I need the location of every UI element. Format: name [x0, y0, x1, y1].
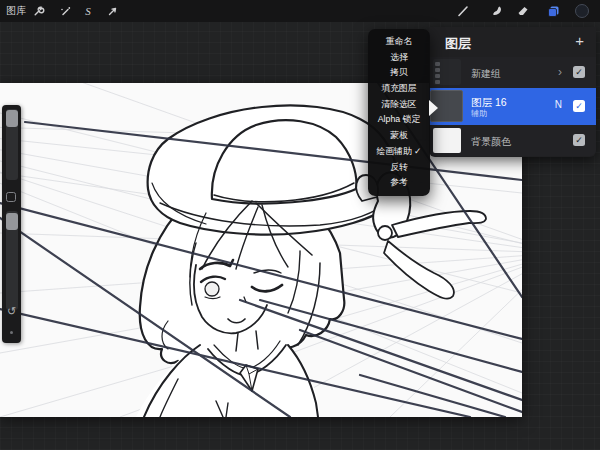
blend-mode-button[interactable]: N — [555, 99, 562, 110]
wrench-icon — [32, 5, 45, 18]
menu-item-reference[interactable]: 参考 — [368, 175, 430, 191]
gallery-button[interactable]: 图库 — [6, 4, 27, 18]
menu-callout-arrow — [429, 100, 438, 116]
magic-wand-icon — [59, 5, 72, 18]
layer-row-label: 新建组 — [471, 67, 501, 81]
undo-button[interactable]: ↺ — [2, 306, 21, 317]
menu-item-mask[interactable]: 蒙板 — [368, 128, 430, 144]
layer-row-group[interactable]: 新建组 › ✓ — [429, 57, 596, 88]
layers-panel-title: 图层 — [445, 35, 471, 53]
brush-button[interactable] — [455, 3, 471, 19]
layer-row-label: 背景颜色 — [471, 135, 511, 149]
group-thumbnail — [433, 59, 461, 85]
menu-item-drawing-assist[interactable]: 绘画辅助 ✓ — [368, 144, 430, 160]
menu-item-select[interactable]: 选择 — [368, 50, 430, 66]
layer-visibility-checkbox[interactable]: ✓ — [573, 100, 585, 112]
layer-visibility-checkbox[interactable]: ✓ — [573, 134, 585, 146]
layer-options-menu: 重命名 选择 拷贝 填充图层 清除选区 Alpha 锁定 蒙板 绘画辅助 ✓ 反… — [368, 29, 430, 196]
layer-visibility-checkbox[interactable]: ✓ — [573, 66, 585, 78]
menu-item-invert[interactable]: 反转 — [368, 160, 430, 176]
transform-arrow-icon — [106, 5, 119, 18]
selection-button[interactable]: S — [80, 3, 96, 19]
layers-panel: 图层 + 新建组 › ✓ 图层 16 辅助 N ✓ 背景颜色 ✓ — [429, 27, 596, 157]
modify-button[interactable] — [6, 192, 16, 202]
add-layer-button[interactable]: + — [575, 32, 584, 49]
opacity-handle[interactable] — [6, 213, 18, 230]
smudge-finger-icon — [490, 4, 504, 18]
actions-button[interactable] — [30, 3, 46, 19]
menu-item-alpha-lock[interactable]: Alpha 锁定 — [368, 112, 430, 128]
brush-sidebar: ↺ — [2, 105, 21, 343]
transform-button[interactable] — [104, 3, 120, 19]
layers-icon — [546, 4, 561, 19]
background-thumbnail — [433, 128, 461, 153]
selection-s-icon: S — [85, 5, 91, 17]
layers-panel-header: 图层 + — [429, 27, 596, 57]
menu-item-fill-layer[interactable]: 填充图层 — [368, 81, 430, 97]
menu-item-rename[interactable]: 重命名 — [368, 34, 430, 50]
eraser-icon — [516, 4, 530, 18]
layer-assist-subtitle: 辅助 — [471, 108, 487, 119]
layer-row-selected[interactable]: 图层 16 辅助 N ✓ — [429, 88, 596, 125]
layers-button[interactable] — [545, 3, 561, 19]
redo-dot-icon[interactable] — [10, 331, 13, 334]
smudge-button[interactable] — [489, 3, 505, 19]
menu-item-copy[interactable]: 拷贝 — [368, 65, 430, 81]
brush-icon — [456, 4, 470, 18]
active-color-swatch[interactable] — [575, 4, 589, 18]
brush-size-handle[interactable] — [6, 110, 18, 127]
procreate-app: 图库 S — [0, 0, 600, 450]
chevron-right-icon[interactable]: › — [558, 66, 562, 78]
top-toolbar: 图库 S — [0, 0, 600, 22]
adjustments-button[interactable] — [57, 3, 73, 19]
menu-item-clear-selection[interactable]: 清除选区 — [368, 97, 430, 113]
eraser-button[interactable] — [515, 3, 531, 19]
layer-row-background[interactable]: 背景颜色 ✓ — [429, 125, 596, 156]
